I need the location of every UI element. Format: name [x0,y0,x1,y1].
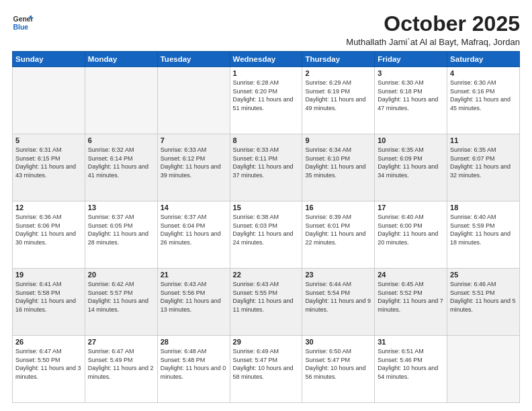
calendar-cell: 18Sunrise: 6:40 AMSunset: 5:59 PMDayligh… [447,201,520,269]
cell-info: Sunrise: 6:28 AMSunset: 6:20 PMDaylight:… [233,79,300,112]
daylight-text: Daylight: 11 hours and 24 minutes. [233,230,300,246]
sunset-text: Sunset: 6:15 PM [15,154,82,163]
sunrise-text: Sunrise: 6:49 AM [233,347,300,356]
logo: General Blue [12,12,36,34]
day-number: 1 [233,69,300,77]
cell-info: Sunrise: 6:43 AMSunset: 5:56 PMDaylight:… [161,280,227,314]
day-number: 20 [88,271,154,279]
weekday-header: Friday [375,52,447,67]
daylight-text: Daylight: 11 hours and 45 minutes. [450,95,517,112]
cell-info: Sunrise: 6:33 AMSunset: 6:11 PMDaylight:… [233,146,300,179]
cell-info: Sunrise: 6:37 AMSunset: 6:04 PMDaylight:… [161,213,227,246]
calendar-cell: 31Sunrise: 6:51 AMSunset: 5:46 PMDayligh… [375,336,447,403]
daylight-text: Daylight: 11 hours and 37 minutes. [233,163,300,179]
daylight-text: Daylight: 11 hours and 30 minutes. [15,230,82,246]
sunset-text: Sunset: 5:51 PM [450,289,517,298]
day-number: 24 [378,271,444,279]
day-number: 5 [15,136,82,144]
calendar-cell: 21Sunrise: 6:43 AMSunset: 5:56 PMDayligh… [157,269,230,336]
cell-info: Sunrise: 6:41 AMSunset: 5:58 PMDaylight:… [15,280,82,314]
sunset-text: Sunset: 6:06 PM [15,222,82,230]
weekday-header: Tuesday [157,52,230,67]
weekday-header: Saturday [447,52,520,67]
sunset-text: Sunset: 6:16 PM [450,87,517,96]
weekday-header: Thursday [302,52,375,67]
cell-info: Sunrise: 6:30 AMSunset: 6:18 PMDaylight:… [378,79,444,112]
calendar-cell: 17Sunrise: 6:40 AMSunset: 6:00 PMDayligh… [375,201,447,269]
sunset-text: Sunset: 5:57 PM [88,289,154,298]
daylight-text: Daylight: 10 hours and 58 minutes. [233,364,300,381]
weekday-header: Monday [85,52,157,67]
calendar-cell: 29Sunrise: 6:49 AMSunset: 5:47 PMDayligh… [230,336,302,403]
daylight-text: Daylight: 11 hours and 35 minutes. [305,163,371,179]
sunrise-text: Sunrise: 6:32 AM [88,146,154,154]
day-number: 13 [88,203,154,212]
calendar-cell: 19Sunrise: 6:41 AMSunset: 5:58 PMDayligh… [13,269,85,336]
day-number: 28 [161,338,227,346]
daylight-text: Daylight: 11 hours and 41 minutes. [88,163,154,179]
day-number: 31 [378,338,444,346]
sunset-text: Sunset: 6:00 PM [378,222,444,230]
day-number: 18 [450,203,517,212]
sunrise-text: Sunrise: 6:45 AM [378,280,444,289]
sunset-text: Sunset: 6:20 PM [233,87,300,96]
sunset-text: Sunset: 6:14 PM [88,154,154,163]
sunset-text: Sunset: 5:58 PM [15,289,82,298]
sunrise-text: Sunrise: 6:33 AM [233,146,300,154]
sunrise-text: Sunrise: 6:43 AM [233,280,300,289]
calendar-cell: 8Sunrise: 6:33 AMSunset: 6:11 PMDaylight… [230,134,302,201]
sunrise-text: Sunrise: 6:48 AM [161,347,227,356]
sunset-text: Sunset: 5:52 PM [378,289,444,298]
cell-info: Sunrise: 6:38 AMSunset: 6:03 PMDaylight:… [233,213,300,246]
header: General Blue October 2025 Muthallath Jam… [12,12,520,47]
day-number: 23 [305,271,371,279]
day-number: 21 [161,271,227,279]
sunrise-text: Sunrise: 6:50 AM [305,347,371,356]
sunrise-text: Sunrise: 6:47 AM [15,347,82,356]
sunset-text: Sunset: 6:01 PM [305,222,371,230]
day-number: 4 [450,69,517,77]
calendar-cell [447,336,520,403]
daylight-text: Daylight: 11 hours and 32 minutes. [450,163,517,179]
logo-icon: General Blue [12,12,34,34]
day-number: 11 [450,136,517,144]
calendar-cell: 27Sunrise: 6:47 AMSunset: 5:49 PMDayligh… [85,336,157,403]
sunset-text: Sunset: 6:10 PM [305,154,371,163]
daylight-text: Daylight: 11 hours and 9 minutes. [305,297,371,314]
sunrise-text: Sunrise: 6:44 AM [305,280,371,289]
sunset-text: Sunset: 6:07 PM [450,154,517,163]
daylight-text: Daylight: 11 hours and 28 minutes. [88,230,154,246]
sunrise-text: Sunrise: 6:30 AM [450,79,517,87]
cell-info: Sunrise: 6:35 AMSunset: 6:09 PMDaylight:… [378,146,444,179]
cell-info: Sunrise: 6:48 AMSunset: 5:48 PMDaylight:… [161,347,227,381]
cell-info: Sunrise: 6:32 AMSunset: 6:14 PMDaylight:… [88,146,154,179]
daylight-text: Daylight: 11 hours and 13 minutes. [161,297,227,314]
calendar-cell: 11Sunrise: 6:35 AMSunset: 6:07 PMDayligh… [447,134,520,201]
daylight-text: Daylight: 11 hours and 22 minutes. [305,230,371,246]
calendar-cell: 23Sunrise: 6:44 AMSunset: 5:54 PMDayligh… [302,269,375,336]
day-number: 8 [233,136,300,144]
cell-info: Sunrise: 6:42 AMSunset: 5:57 PMDaylight:… [88,280,154,314]
day-number: 17 [378,203,444,212]
cell-info: Sunrise: 6:47 AMSunset: 5:50 PMDaylight:… [15,347,82,381]
calendar-cell: 22Sunrise: 6:43 AMSunset: 5:55 PMDayligh… [230,269,302,336]
daylight-text: Daylight: 10 hours and 56 minutes. [305,364,371,381]
day-number: 27 [88,338,154,346]
sunset-text: Sunset: 5:56 PM [161,289,227,298]
sunset-text: Sunset: 6:11 PM [233,154,300,163]
sunrise-text: Sunrise: 6:35 AM [450,146,517,154]
calendar-cell: 7Sunrise: 6:33 AMSunset: 6:12 PMDaylight… [157,134,230,201]
cell-info: Sunrise: 6:37 AMSunset: 6:05 PMDaylight:… [88,213,154,246]
day-number: 15 [233,203,300,212]
sunset-text: Sunset: 6:19 PM [305,87,371,96]
page: General Blue October 2025 Muthallath Jam… [0,0,532,411]
sunrise-text: Sunrise: 6:46 AM [450,280,517,289]
cell-info: Sunrise: 6:46 AMSunset: 5:51 PMDaylight:… [450,280,517,314]
day-number: 25 [450,271,517,279]
sunset-text: Sunset: 6:18 PM [378,87,444,96]
day-number: 3 [378,69,444,77]
sunrise-text: Sunrise: 6:51 AM [378,347,444,356]
daylight-text: Daylight: 11 hours and 20 minutes. [378,230,444,246]
calendar-cell: 12Sunrise: 6:36 AMSunset: 6:06 PMDayligh… [13,201,85,269]
calendar-cell: 15Sunrise: 6:38 AMSunset: 6:03 PMDayligh… [230,201,302,269]
